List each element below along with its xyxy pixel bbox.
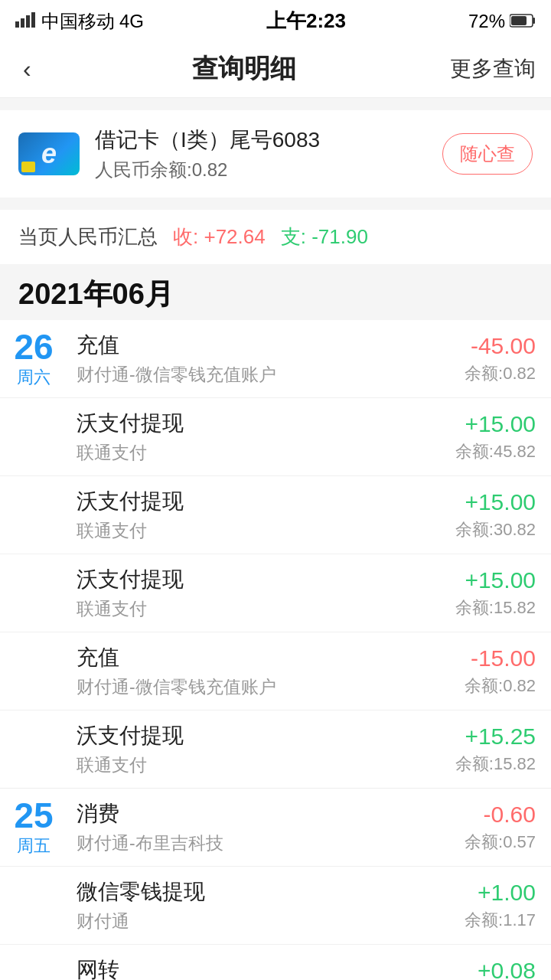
more-query-button[interactable]: 更多查询: [450, 54, 536, 83]
time-display: 上午2:23: [266, 8, 346, 34]
tx-info-col: 沃支付提现联通支付: [67, 554, 429, 632]
tx-balance: 余额:45.82: [455, 440, 536, 463]
card-type: 借记卡（I类）尾号6083: [95, 126, 320, 155]
back-button[interactable]: ‹: [15, 52, 39, 87]
tx-amount-col: -45.00余额:0.82: [429, 320, 551, 397]
tx-sub: 联通支付: [77, 597, 419, 621]
tx-info-col: 充值财付通-微信零钱充值账户: [67, 632, 429, 710]
card-balance: 人民币余额:0.82: [95, 158, 320, 182]
card-chip: [21, 162, 35, 172]
tx-sub: 财付通-布里吉科技: [77, 831, 419, 855]
table-row: 26周六充值财付通-微信零钱充值账户-45.00余额:0.82: [0, 320, 551, 398]
tx-sub: 联通支付: [77, 753, 419, 777]
tx-sub: 财付通: [77, 910, 419, 933]
tx-info-col: 沃支付提现联通支付: [67, 710, 429, 788]
svg-rect-0: [15, 21, 19, 28]
tx-date-empty: [0, 398, 67, 475]
suixin-button[interactable]: 随心查: [442, 133, 533, 175]
tx-name: 充值: [77, 643, 419, 672]
tx-amount: -45.00: [471, 333, 536, 359]
svg-rect-6: [511, 16, 527, 25]
carrier-label: 中国移动: [41, 9, 115, 34]
tx-date-empty: [0, 554, 67, 632]
page-title: 查询明细: [192, 51, 296, 87]
tx-name: 沃支付提现: [77, 721, 419, 750]
tx-name: 沃支付提现: [77, 565, 419, 594]
summary-label: 当页人民币汇总: [18, 224, 158, 250]
battery-icon: [510, 11, 536, 32]
tx-balance: 余额:15.82: [455, 596, 536, 619]
nav-bar: ‹ 查询明细 更多查询: [0, 41, 551, 98]
tx-name: 沃支付提现: [77, 409, 419, 438]
card-icon: [18, 132, 80, 175]
status-bar: 中国移动 4G 上午2:23 72%: [0, 0, 551, 41]
table-row: 充值财付通-微信零钱充值账户-15.00余额:0.82: [0, 632, 551, 710]
tx-name: 沃支付提现: [77, 487, 419, 516]
expense-label: 支: -71.90: [281, 224, 368, 250]
tx-balance: 余额:0.82: [465, 675, 536, 697]
tx-group-0-1: 25周五消费财付通-布里吉科技-0.60余额:0.57微信零钱提现财付通+1.0…: [0, 789, 551, 980]
battery-label: 72%: [468, 11, 505, 32]
tx-info-col: 微信零钱提现财付通: [67, 867, 429, 944]
tx-amount: +15.25: [465, 724, 536, 750]
signal-icon: [15, 11, 37, 32]
card-section: 借记卡（I类）尾号6083 人民币余额:0.82 随心查: [0, 110, 551, 198]
tx-amount-col: -0.60余额:0.57: [429, 789, 551, 866]
tx-name: 网转: [77, 956, 419, 980]
tx-date-col: 25周五: [0, 789, 67, 866]
tx-weekday: 周六: [17, 366, 51, 389]
tx-amount: +15.00: [465, 411, 536, 437]
tx-info-col: 网转陕伟伟: [67, 945, 429, 980]
card-info: 借记卡（I类）尾号6083 人民币余额:0.82: [95, 126, 320, 182]
tx-amount-col: +0.08余额:0.17: [429, 945, 551, 980]
tx-date-col: 26周六: [0, 320, 67, 397]
tx-info-col: 消费财付通-布里吉科技: [67, 789, 429, 866]
tx-sub: 财付通-微信零钱充值账户: [77, 363, 419, 387]
tx-amount: -15.00: [471, 645, 536, 671]
svg-rect-3: [31, 12, 35, 28]
tx-balance: 余额:1.17: [465, 909, 536, 932]
tx-name: 消费: [77, 799, 419, 828]
table-row: 25周五消费财付通-布里吉科技-0.60余额:0.57: [0, 789, 551, 867]
month-header-0: 2021年06月: [0, 264, 551, 320]
tx-amount: -0.60: [484, 802, 536, 828]
network-label: 4G: [119, 11, 144, 32]
tx-day: 26: [14, 329, 53, 364]
tx-date-empty: [0, 476, 67, 554]
tx-date-empty: [0, 945, 67, 980]
transactions-container: 2021年06月26周六充值财付通-微信零钱充值账户-45.00余额:0.82沃…: [0, 264, 551, 980]
svg-rect-5: [533, 18, 535, 24]
tx-amount-col: +1.00余额:1.17: [429, 867, 551, 944]
tx-info-col: 充值财付通-微信零钱充值账户: [67, 320, 429, 397]
tx-info-col: 沃支付提现联通支付: [67, 398, 429, 475]
tx-name: 微信零钱提现: [77, 877, 419, 906]
tx-amount-col: +15.00余额:45.82: [429, 398, 551, 475]
income-label: 收: +72.64: [173, 224, 266, 250]
tx-amount: +15.00: [465, 567, 536, 593]
tx-balance: 余额:15.82: [455, 753, 536, 776]
tx-date-empty: [0, 632, 67, 710]
table-row: 沃支付提现联通支付+15.00余额:45.82: [0, 398, 551, 476]
table-row: 沃支付提现联通支付+15.00余额:30.82: [0, 476, 551, 554]
tx-date-empty: [0, 710, 67, 788]
tx-weekday: 周五: [17, 835, 51, 858]
table-row: 沃支付提现联通支付+15.25余额:15.82: [0, 710, 551, 788]
tx-amount: +1.00: [478, 880, 536, 906]
tx-amount-col: +15.00余额:15.82: [429, 554, 551, 632]
tx-group-0-0: 26周六充值财付通-微信零钱充值账户-45.00余额:0.82沃支付提现联通支付…: [0, 320, 551, 789]
table-row: 网转陕伟伟+0.08余额:0.17: [0, 945, 551, 980]
tx-name: 充值: [77, 331, 419, 360]
tx-amount-col: +15.00余额:30.82: [429, 476, 551, 554]
tx-day: 25: [14, 798, 53, 833]
tx-sub: 联通支付: [77, 441, 419, 465]
tx-sub: 联通支付: [77, 519, 419, 543]
svg-rect-1: [21, 18, 24, 28]
tx-balance: 余额:0.57: [465, 831, 536, 854]
table-row: 沃支付提现联通支付+15.00余额:15.82: [0, 554, 551, 632]
table-row: 微信零钱提现财付通+1.00余额:1.17: [0, 867, 551, 945]
status-right: 72%: [468, 11, 536, 32]
tx-sub: 财付通-微信零钱充值账户: [77, 675, 419, 699]
tx-info-col: 沃支付提现联通支付: [67, 476, 429, 554]
tx-amount-col: -15.00余额:0.82: [429, 632, 551, 710]
tx-amount-col: +15.25余额:15.82: [429, 710, 551, 788]
